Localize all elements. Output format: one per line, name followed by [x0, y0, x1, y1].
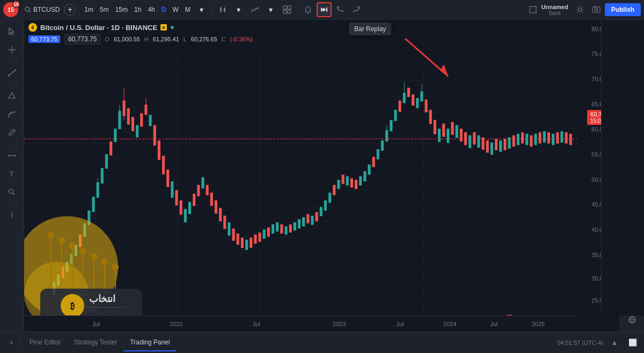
tab-pine-editor[interactable]: Pine Editor: [23, 334, 68, 351]
fullscreen-button[interactable]: [525, 2, 540, 17]
svg-point-24: [14, 70, 16, 71]
screenshot-icon: [592, 5, 601, 14]
svg-rect-63: [109, 142, 112, 156]
text-icon: T: [8, 170, 16, 178]
svg-rect-156: [486, 141, 489, 153]
add-panel-button[interactable]: ＋: [4, 336, 18, 350]
timestamp: 04:51:57 (UTC-4): [557, 340, 603, 346]
chart-name-title: Unnamed: [541, 4, 568, 10]
svg-point-23: [8, 75, 10, 77]
divider-1: [78, 4, 79, 15]
undo-button[interactable]: [333, 2, 348, 17]
shapes-tool[interactable]: [3, 87, 20, 105]
alert-icon: [304, 5, 312, 14]
redo-button[interactable]: [349, 2, 364, 17]
svg-rect-111: [302, 217, 305, 226]
cursor-icon: [8, 27, 16, 36]
bottom-right: 04:51:57 (UTC-4) ▲ ⬜: [557, 336, 640, 350]
timeframe-1h[interactable]: 1h: [131, 4, 144, 15]
bottom-bar: ＋ Pine Editor Strategy Tester Trading Pa…: [0, 332, 644, 353]
svg-rect-151: [464, 133, 467, 145]
fullscreen-icon: [529, 5, 537, 14]
svg-rect-64: [114, 129, 116, 142]
fibonacci-tool[interactable]: [3, 106, 20, 123]
shapes-icon: [8, 92, 16, 100]
svg-rect-70: [127, 108, 130, 125]
timeframe-W[interactable]: W: [170, 4, 181, 15]
chart-name-area[interactable]: Unnamed Save: [541, 4, 568, 16]
left-divider-2: [5, 84, 18, 85]
exchange-logo: B: [160, 24, 167, 31]
indicators-button[interactable]: [247, 2, 262, 17]
price-badge: 60,773.75: [28, 35, 60, 43]
binance-logo: ₿: [28, 23, 37, 32]
timeframe-1m[interactable]: 1m: [82, 4, 96, 15]
publish-button[interactable]: Publish: [605, 3, 641, 16]
time-2025: 2025: [532, 321, 545, 327]
crosshair-icon: [8, 46, 16, 54]
avatar[interactable]: 15 15: [3, 2, 18, 17]
svg-rect-85: [188, 202, 191, 214]
svg-rect-73: [140, 113, 143, 127]
brush-tool[interactable]: [3, 124, 20, 141]
svg-point-33: [11, 212, 12, 214]
alert-button[interactable]: [301, 2, 316, 17]
svg-rect-162: [513, 135, 515, 146]
svg-rect-113: [311, 216, 313, 225]
timeframe-4h[interactable]: 4h: [145, 4, 157, 15]
timeframe-more-button[interactable]: ▾: [194, 2, 209, 17]
tab-trading-panel[interactable]: Trading Panel: [123, 334, 176, 351]
measure-tool[interactable]: [3, 147, 20, 164]
chart-settings-button[interactable]: [573, 2, 588, 17]
add-symbol-button[interactable]: +: [64, 4, 76, 16]
timeframe-5m[interactable]: 5m: [97, 4, 112, 15]
more-tools[interactable]: [3, 207, 20, 224]
chart-type-dropdown[interactable]: ▾: [231, 2, 246, 17]
collapse-bottom-button[interactable]: ▲: [608, 336, 621, 350]
svg-rect-121: [346, 176, 349, 186]
svg-rect-116: [324, 200, 327, 210]
tab-strategy-tester[interactable]: Strategy Tester: [68, 334, 123, 351]
timeframe-15m[interactable]: 15m: [113, 4, 130, 15]
svg-rect-53: [70, 254, 73, 264]
svg-rect-129: [381, 141, 384, 151]
text-tool[interactable]: T: [3, 165, 20, 182]
svg-rect-153: [473, 133, 475, 145]
indicators-dropdown[interactable]: ▾: [264, 2, 279, 17]
svg-rect-93: [223, 216, 226, 229]
bar-replay-button[interactable]: [317, 2, 332, 17]
chart-type-button[interactable]: [215, 2, 230, 17]
svg-rect-67: [123, 100, 126, 116]
svg-rect-169: [543, 131, 546, 143]
chart-title-row: ₿ Bitcoin / U.S. Dollar · 1D · BINANCE B: [28, 23, 616, 32]
svg-rect-158: [495, 139, 497, 150]
symbol-search[interactable]: BTCUSD: [21, 4, 63, 16]
cursor-tool[interactable]: [3, 23, 20, 40]
svg-rect-168: [539, 133, 541, 144]
svg-rect-56: [83, 223, 86, 237]
price-chart[interactable]: ⏮: [24, 49, 577, 315]
timeframe-M[interactable]: M: [182, 4, 193, 15]
timeframe-D[interactable]: D: [159, 4, 169, 15]
svg-rect-15: [530, 6, 536, 13]
maximize-bottom-button[interactable]: ⬜: [626, 336, 640, 350]
svg-rect-127: [372, 157, 375, 167]
svg-rect-134: [399, 100, 401, 112]
svg-rect-114: [316, 212, 318, 221]
svg-rect-133: [394, 110, 397, 121]
crosshair-tool[interactable]: [3, 41, 20, 58]
svg-rect-74: [144, 105, 147, 115]
chart-area[interactable]: ₿ Bitcoin / U.S. Dollar · 1D · BINANCE B…: [24, 20, 620, 332]
screenshot-button[interactable]: [589, 2, 604, 17]
svg-rect-149: [456, 125, 458, 138]
time-jul-2023: Jul: [396, 321, 404, 327]
svg-rect-152: [469, 135, 471, 148]
templates-button[interactable]: [280, 2, 295, 17]
open-value: 61,000.55: [114, 36, 140, 42]
svg-rect-88: [201, 177, 204, 188]
zoom-tool[interactable]: [3, 183, 20, 201]
svg-rect-117: [328, 193, 331, 203]
trend-line-tool[interactable]: [3, 64, 20, 82]
time-2023: 2023: [333, 321, 346, 327]
timezone-icon: [628, 315, 636, 324]
